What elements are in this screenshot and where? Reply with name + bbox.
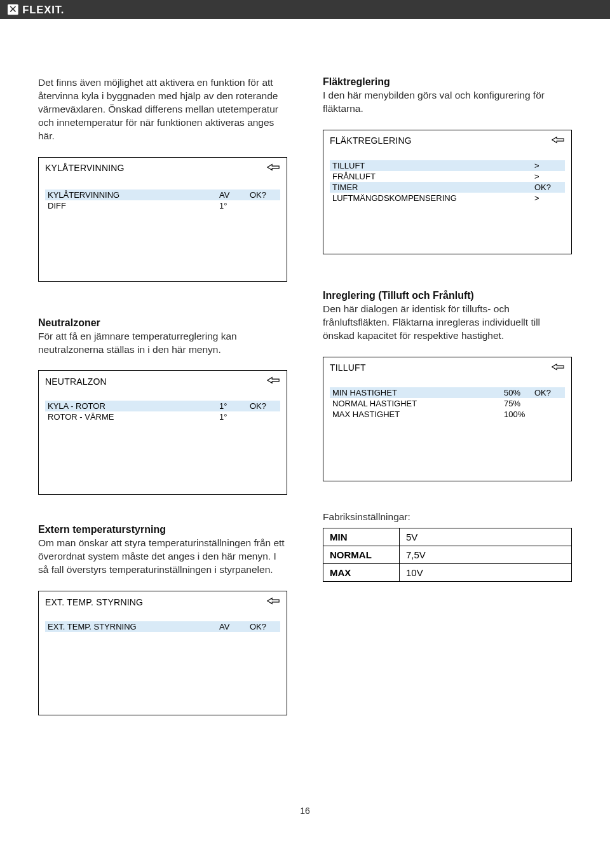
row-value: 75% <box>504 399 534 408</box>
fabrik-table: MIN 5V NORMAL 7,5V MAX 10V <box>323 528 572 582</box>
brand-logo: FLEXIT. <box>8 3 103 16</box>
row-label: MIN HASTIGHET <box>332 388 504 397</box>
heading-flaktreglering: Fläktreglering <box>323 76 572 88</box>
cell-val: 7,5V <box>400 546 572 563</box>
row-label: TILLUFT <box>332 161 534 170</box>
text-inreglering: Den här dialogen är identisk för tilluft… <box>323 303 572 343</box>
cell-key: MAX <box>323 563 400 581</box>
heading-inreglering: Inreglering (Tilluft och Frånluft) <box>323 290 572 301</box>
menu-row[interactable]: EXT. TEMP. STYRNING AV OK? <box>45 621 280 632</box>
cell-val: 10V <box>400 563 572 581</box>
panel-title: TILLUFT <box>330 362 366 373</box>
cell-key: MIN <box>323 528 400 546</box>
back-icon[interactable] <box>266 163 280 174</box>
back-icon[interactable] <box>266 596 280 607</box>
menu-row[interactable]: DIFF 1° <box>45 200 280 211</box>
table-row: MAX 10V <box>323 563 572 581</box>
menu-row[interactable]: KYLA - ROTOR 1° OK? <box>45 401 280 411</box>
panel-title: EXT. TEMP. STYRNING <box>45 597 143 607</box>
back-icon[interactable] <box>551 135 565 146</box>
brand-text: FLEXIT. <box>22 4 64 16</box>
row-label: FRÅNLUFT <box>332 172 534 181</box>
text-ext-temp: Om man önskar att styra temperaturinstäl… <box>38 537 287 577</box>
row-value: OK? <box>534 183 562 192</box>
row-label: DIFF <box>48 201 219 210</box>
menu-row[interactable]: FRÅNLUFT > <box>330 171 565 182</box>
row-label: KYLÅTERVINNING <box>48 190 219 200</box>
menu-row[interactable]: MAX HASTIGHET 100% <box>330 409 565 420</box>
row-label: EXT. TEMP. STYRNING <box>48 622 219 631</box>
row-label: TIMER <box>332 183 534 192</box>
row-label: LUFTMÄNGDSKOMPENSERING <box>332 193 534 203</box>
row-label: MAX HASTIGHET <box>332 410 504 419</box>
cell-val: 5V <box>400 528 572 546</box>
intro-text: Det finns även möjlighet att aktivera en… <box>38 76 287 143</box>
panel-flaktreglering: FLÄKTREGLERING TILLUFT > FRÅNLUFT > <box>323 130 572 254</box>
back-icon[interactable] <box>551 362 565 373</box>
brand-bar: FLEXIT. <box>0 0 610 19</box>
row-value: > <box>534 172 562 181</box>
cell-key: NORMAL <box>323 546 400 563</box>
page-number: 16 <box>38 806 572 816</box>
panel-tilluft: TILLUFT MIN HASTIGHET 50% OK? NORMAL HAS… <box>323 357 572 481</box>
row-value: 1° <box>219 412 250 422</box>
text-flaktreglering: I den här menybilden görs val och konfig… <box>323 89 572 116</box>
fabrik-label: Fabriksinställningar: <box>323 511 572 524</box>
menu-row[interactable]: ROTOR - VÄRME 1° <box>45 411 280 422</box>
menu-row[interactable]: MIN HASTIGHET 50% OK? <box>330 387 565 398</box>
row-value: 1° <box>219 201 250 210</box>
row-value: AV <box>219 190 250 200</box>
row-ok: OK? <box>250 190 278 200</box>
row-label: KYLA - ROTOR <box>48 401 219 411</box>
row-ok: OK? <box>250 622 278 631</box>
row-ok: OK? <box>250 401 278 411</box>
menu-row[interactable]: NORMAL HASTIGHET 75% <box>330 398 565 409</box>
menu-row[interactable]: TIMER OK? <box>330 182 565 193</box>
panel-title: KYLÅTERVINNING <box>45 163 125 173</box>
panel-ext-temp: EXT. TEMP. STYRNING EXT. TEMP. STYRNING … <box>38 591 287 715</box>
row-value: 100% <box>504 410 534 419</box>
menu-row[interactable]: TILLUFT > <box>330 160 565 171</box>
heading-neutralzoner: Neutralzoner <box>38 317 287 329</box>
text-neutralzoner: För att få en jämnare temperaturreglerin… <box>38 330 287 357</box>
row-label: NORMAL HASTIGHET <box>332 399 504 408</box>
row-value: 1° <box>219 401 250 411</box>
menu-row[interactable]: LUFTMÄNGDSKOMPENSERING > <box>330 193 565 203</box>
heading-ext-temp: Extern temperaturstyrning <box>38 524 287 535</box>
row-value: 50% <box>504 388 534 397</box>
menu-row[interactable]: KYLÅTERVINNING AV OK? <box>45 189 280 200</box>
row-value: AV <box>219 622 250 631</box>
panel-neutralzon: NEUTRALZON KYLA - ROTOR 1° OK? ROTOR - V… <box>38 370 287 495</box>
panel-title: FLÄKTREGLERING <box>330 135 412 146</box>
row-value: > <box>534 193 562 203</box>
row-ok: OK? <box>534 388 562 397</box>
table-row: NORMAL 7,5V <box>323 546 572 563</box>
panel-title: NEUTRALZON <box>45 376 107 387</box>
back-icon[interactable] <box>266 376 280 387</box>
row-value: > <box>534 161 562 170</box>
row-label: ROTOR - VÄRME <box>48 412 219 422</box>
panel-kylatervinning: KYLÅTERVINNING KYLÅTERVINNING AV OK? DIF… <box>38 157 287 282</box>
table-row: MIN 5V <box>323 528 572 546</box>
